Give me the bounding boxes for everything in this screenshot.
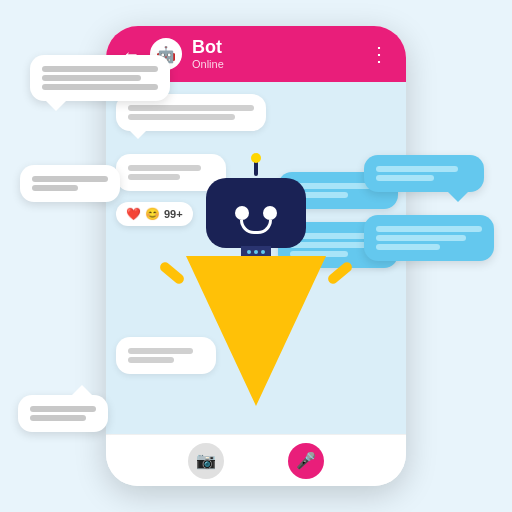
bubble-line xyxy=(30,415,86,421)
reaction-heart-icon: ❤️ xyxy=(126,207,141,221)
bubble-line xyxy=(376,235,466,241)
bubble-line xyxy=(376,175,434,181)
bot-info: Bot Online xyxy=(192,38,359,70)
menu-dots-button[interactable]: ⋮ xyxy=(369,42,390,66)
bubble-line xyxy=(32,185,78,191)
bubble-line xyxy=(376,244,440,250)
camera-icon: 📷 xyxy=(196,451,216,470)
bubble-line xyxy=(30,406,96,412)
mic-icon: 🎤 xyxy=(296,451,316,470)
scene: ← 🤖 Bot Online ⋮ ❤️ xyxy=(0,0,512,512)
bubble-line xyxy=(290,192,348,198)
bubble-line xyxy=(42,75,141,81)
bubble-line xyxy=(128,105,254,111)
chat-bubble-received-2 xyxy=(116,154,226,191)
float-bubble-right-2 xyxy=(364,215,494,261)
bubble-line xyxy=(42,84,158,90)
bubble-line xyxy=(290,251,348,257)
reaction-count: 99+ xyxy=(164,208,183,220)
bubble-line xyxy=(128,174,180,180)
float-bubble-top-left xyxy=(30,55,170,101)
mic-button[interactable]: 🎤 xyxy=(288,443,324,479)
float-bubble-bot-left xyxy=(18,395,108,432)
bubble-line xyxy=(32,176,108,182)
bubble-line xyxy=(128,348,193,354)
chat-bubble-received-3 xyxy=(116,337,216,374)
float-bubble-mid-left xyxy=(20,165,120,202)
bubble-line xyxy=(42,66,158,72)
bubble-line xyxy=(128,114,235,120)
float-bubble-right-1 xyxy=(364,155,484,192)
camera-button[interactable]: 📷 xyxy=(188,443,224,479)
reaction-bubble: ❤️ 😊 99+ xyxy=(116,202,193,226)
reaction-smile-icon: 😊 xyxy=(145,207,160,221)
phone-bottom-bar: 📷 🎤 xyxy=(106,434,406,486)
bubble-line xyxy=(290,183,372,189)
chat-area: ❤️ 😊 99+ xyxy=(106,82,406,434)
bubble-line xyxy=(376,226,482,232)
bot-status: Online xyxy=(192,58,359,70)
bubble-line xyxy=(128,165,201,171)
bubble-line xyxy=(376,166,458,172)
bubble-line xyxy=(128,357,174,363)
bot-name: Bot xyxy=(192,38,359,58)
bubble-line xyxy=(290,242,372,248)
